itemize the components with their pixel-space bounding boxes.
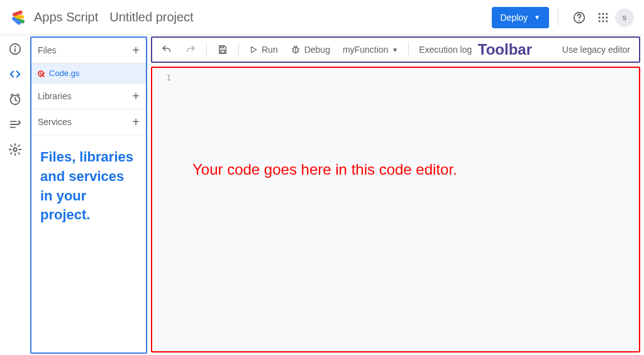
function-select-label: myFunction (343, 45, 388, 55)
svg-point-12 (599, 20, 601, 22)
undo-icon (161, 44, 172, 55)
redo-button[interactable] (180, 40, 201, 59)
files-sidebar: Files + Code.gs Libraries + Services + F… (30, 36, 147, 354)
svg-point-7 (602, 13, 604, 14)
use-legacy-editor-button[interactable]: Use legacy editor (557, 41, 635, 58)
add-service-button[interactable]: + (132, 116, 140, 128)
gear-icon (8, 143, 22, 156)
svg-point-6 (599, 13, 601, 14)
svg-rect-20 (221, 46, 224, 48)
apps-grid-icon (597, 11, 609, 24)
function-select[interactable]: myFunction ▼ (338, 41, 403, 58)
code-editor[interactable]: 1 Your code goes here in this code edito… (151, 67, 640, 352)
svg-point-11 (606, 16, 608, 18)
project-name[interactable]: Untitled project (109, 10, 193, 25)
help-icon (572, 11, 586, 25)
svg-point-5 (579, 19, 580, 21)
rail-executions[interactable] (8, 117, 23, 132)
left-nav-rail (0, 35, 30, 355)
executions-icon (8, 117, 22, 131)
rail-editor[interactable] (8, 67, 23, 82)
svg-point-8 (606, 13, 608, 14)
svg-point-13 (602, 20, 604, 22)
info-icon (8, 42, 22, 56)
play-icon (249, 45, 258, 54)
libraries-section-header: Libraries + (31, 84, 146, 109)
editor-toolbar: Run Debug myFunction ▼ Execution log Too… (151, 36, 640, 63)
use-legacy-editor-label: Use legacy editor (562, 45, 630, 55)
run-button-label: Run (262, 45, 278, 55)
file-item-label: Code.gs (49, 68, 79, 78)
caret-down-icon: ▼ (534, 14, 540, 21)
debug-button[interactable]: Debug (286, 41, 335, 58)
line-number: 1 (152, 73, 171, 82)
deploy-button[interactable]: Deploy ▼ (492, 7, 550, 28)
rail-settings[interactable] (8, 142, 23, 157)
toolbar-annotation: Toolbar (478, 41, 532, 58)
debug-button-label: Debug (304, 45, 330, 55)
undo-button[interactable] (156, 40, 177, 59)
divider (558, 9, 558, 26)
debug-icon (291, 45, 301, 55)
svg-point-19 (13, 148, 17, 151)
svg-rect-21 (221, 50, 225, 53)
rail-triggers[interactable] (8, 92, 23, 107)
libraries-section-label: Libraries (38, 91, 72, 101)
save-button[interactable] (212, 40, 233, 59)
svg-point-9 (599, 16, 601, 18)
execution-log-button[interactable]: Execution log (414, 41, 477, 58)
help-button[interactable] (567, 6, 591, 30)
svg-rect-17 (14, 48, 16, 52)
run-button[interactable]: Run (244, 41, 283, 58)
sidebar-annotation: Files, libraries and services in your pr… (31, 135, 146, 238)
svg-point-14 (606, 20, 608, 22)
editor-body[interactable]: Your code goes here in this code editor. (177, 68, 639, 351)
save-icon (217, 44, 228, 55)
execution-log-label: Execution log (419, 45, 472, 55)
error-status-icon (38, 70, 44, 77)
add-file-button[interactable]: + (132, 44, 140, 57)
files-section-label: Files (38, 45, 57, 55)
clock-icon (8, 92, 22, 106)
divider (206, 42, 207, 57)
apps-script-logo-icon (10, 9, 28, 26)
caret-down-icon: ▼ (392, 46, 398, 53)
services-section-header: Services + (31, 109, 146, 135)
apps-launcher-button[interactable] (591, 6, 615, 30)
rail-overview[interactable] (8, 41, 23, 57)
product-name: Apps Script (34, 10, 98, 25)
divider (408, 42, 409, 57)
account-avatar[interactable]: s (615, 8, 634, 27)
deploy-button-label: Deploy (501, 13, 528, 23)
divider (238, 42, 239, 57)
files-section-header: Files + (31, 38, 146, 63)
file-item-code[interactable]: Code.gs (31, 63, 146, 84)
line-number-gutter: 1 (152, 68, 177, 351)
svg-point-16 (14, 46, 16, 48)
services-section-label: Services (38, 117, 72, 127)
svg-point-10 (602, 16, 604, 18)
code-icon (8, 67, 22, 81)
editor-annotation: Your code goes here in this code editor. (192, 161, 457, 178)
add-library-button[interactable]: + (132, 90, 140, 102)
redo-icon (185, 44, 196, 55)
app-header: Apps Script Untitled project Deploy ▼ s (0, 0, 644, 35)
